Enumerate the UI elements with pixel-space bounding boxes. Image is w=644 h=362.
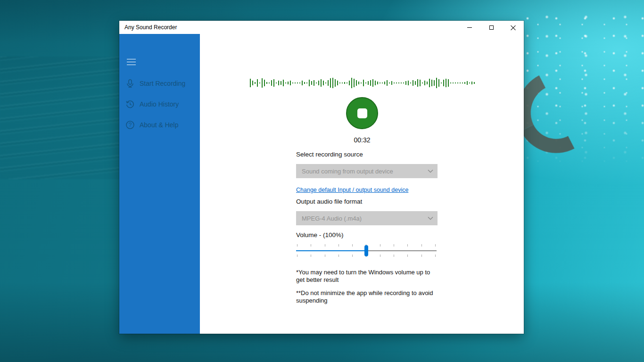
change-device-link[interactable]: Change default Input / output sound devi… [296, 187, 408, 193]
close-button[interactable] [502, 21, 524, 34]
sidebar-item-label: About & Help [140, 121, 179, 129]
sidebar-item-about-help[interactable]: ? About & Help [119, 115, 200, 135]
desktop-wallpaper: Any Sound Recorder Start Recording [0, 0, 644, 362]
volume-slider[interactable] [296, 244, 437, 257]
note-minimize: **Do not minimize the app while recordin… [296, 289, 438, 304]
titlebar[interactable]: Any Sound Recorder [119, 21, 524, 34]
microphone-icon [125, 79, 135, 88]
volume-slider-thumb[interactable] [364, 245, 368, 256]
chevron-down-icon [423, 169, 438, 173]
svg-text:?: ? [129, 122, 132, 128]
help-icon: ? [125, 120, 135, 130]
maximize-icon [489, 25, 494, 30]
stop-icon [357, 108, 367, 118]
audio-waveform [250, 77, 476, 89]
window-title: Any Sound Recorder [119, 24, 459, 31]
sidebar-nav: Start Recording Audio History ? About & … [119, 73, 200, 135]
window-controls [459, 21, 524, 34]
sidebar-item-start-recording[interactable]: Start Recording [119, 73, 200, 94]
app-window: Any Sound Recorder Start Recording [119, 21, 524, 334]
hamburger-icon [127, 59, 136, 60]
volume-label: Volume - (100%) [296, 231, 344, 239]
maximize-button[interactable] [480, 21, 502, 34]
minimize-icon [467, 27, 472, 28]
recorder-panel: 00:32 Select recording source Sound comi… [200, 34, 524, 334]
close-icon [511, 25, 516, 30]
history-icon [125, 99, 135, 109]
note-volume: *You may need to turn the Windows volume… [296, 269, 438, 284]
sidebar-item-audio-history[interactable]: Audio History [119, 94, 200, 115]
minimize-button[interactable] [459, 21, 480, 34]
slider-track-fill [296, 250, 366, 251]
sidebar-item-label: Start Recording [140, 80, 185, 87]
output-format-value: MPEG-4 Audio (.m4a) [296, 215, 423, 222]
sidebar-item-label: Audio History [140, 100, 179, 108]
recording-source-dropdown[interactable]: Sound coming from output device [296, 164, 438, 178]
hamburger-menu-button[interactable] [124, 54, 139, 66]
sidebar: Start Recording Audio History ? About & … [119, 34, 200, 334]
output-format-label: Output audio file format [296, 198, 362, 205]
output-format-dropdown[interactable]: MPEG-4 Audio (.m4a) [296, 211, 438, 225]
recording-source-value: Sound coming from output device [296, 168, 423, 175]
stop-recording-button[interactable] [346, 97, 378, 129]
window-content: Start Recording Audio History ? About & … [119, 34, 524, 334]
recording-source-label: Select recording source [296, 151, 363, 158]
recording-timer: 00:32 [200, 136, 524, 144]
chevron-down-icon [423, 216, 438, 220]
